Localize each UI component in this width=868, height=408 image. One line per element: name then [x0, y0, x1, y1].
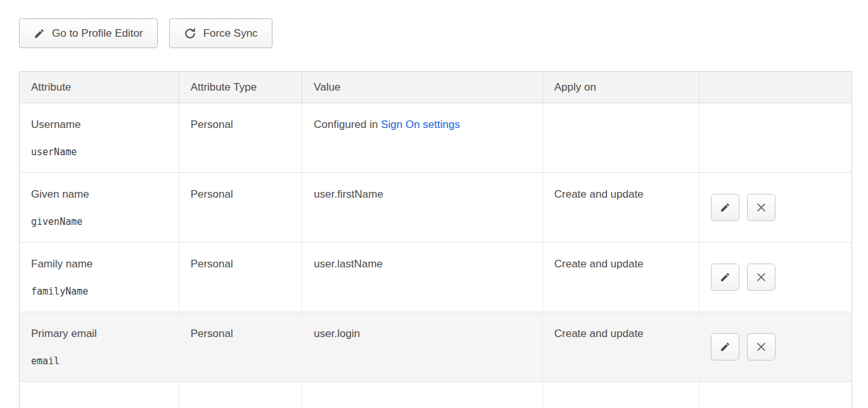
row-actions — [699, 312, 852, 381]
attribute-mappings-table: Attribute Attribute Type Value Apply on … — [19, 71, 852, 408]
table-header-row: Attribute Attribute Type Value Apply on — [20, 72, 852, 103]
remove-attribute-button[interactable] — [747, 194, 775, 221]
value-text: user.firstName — [314, 188, 383, 200]
header-apply-on: Apply on — [543, 72, 700, 103]
attribute-label: Family name — [31, 258, 169, 271]
attribute-type-cell: Personal — [179, 243, 303, 312]
attribute-cell: Primary email email — [20, 312, 179, 381]
table-row-partial — [20, 382, 852, 408]
value-text: user.lastName — [314, 258, 383, 270]
toolbar: Go to Profile Editor Force Sync — [19, 18, 868, 48]
attribute-cell: Family name familyName — [20, 243, 179, 312]
attribute-label: Primary email — [31, 328, 169, 340]
value-cell: Configured in Sign On settings — [302, 103, 542, 172]
refresh-icon — [184, 27, 196, 40]
row-actions — [699, 173, 852, 242]
apply-on-cell: Create and update — [543, 312, 700, 381]
force-sync-button[interactable]: Force Sync — [169, 18, 272, 48]
value-cell: user.lastName — [302, 243, 542, 312]
edit-attribute-button[interactable] — [711, 333, 739, 360]
go-to-profile-editor-button[interactable]: Go to Profile Editor — [19, 18, 158, 48]
attribute-cell: Username userName — [20, 103, 179, 172]
attribute-cell: Given name givenName — [20, 173, 179, 242]
attribute-variable-name: givenName — [31, 216, 169, 227]
pencil-icon — [720, 272, 731, 283]
remove-attribute-button[interactable] — [747, 333, 775, 360]
table-row: Family name familyName Personal user.las… — [20, 243, 852, 312]
value-cell: user.firstName — [302, 173, 542, 242]
attribute-label: Given name — [31, 188, 169, 201]
table-row: Given name givenName Personal user.first… — [20, 173, 852, 243]
force-sync-label: Force Sync — [203, 27, 258, 40]
remove-attribute-button[interactable] — [747, 264, 775, 291]
header-actions — [699, 72, 852, 103]
pencil-icon — [720, 202, 731, 213]
row-actions — [699, 243, 852, 312]
value-cell: user.login — [302, 312, 542, 381]
close-icon — [756, 203, 766, 212]
value-text: Configured in — [314, 118, 381, 131]
edit-attribute-button[interactable] — [711, 194, 739, 221]
table-row: Primary email email Personal user.login … — [20, 312, 852, 382]
attribute-type-cell: Personal — [179, 173, 303, 242]
attribute-label: Username — [31, 118, 169, 131]
attribute-type-cell: Personal — [179, 103, 303, 172]
pencil-icon — [34, 28, 45, 39]
apply-on-cell — [543, 103, 700, 172]
pencil-icon — [720, 341, 731, 352]
go-to-profile-editor-label: Go to Profile Editor — [52, 27, 143, 40]
sign-on-settings-link[interactable]: Sign On settings — [381, 118, 460, 131]
header-value: Value — [302, 72, 542, 103]
apply-on-cell: Create and update — [543, 173, 700, 242]
table-body: Username userName Personal Configured in… — [20, 103, 852, 382]
value-text: user.login — [314, 328, 360, 340]
table-row: Username userName Personal Configured in… — [20, 103, 852, 173]
close-icon — [756, 272, 766, 282]
apply-on-cell: Create and update — [543, 243, 700, 312]
close-icon — [756, 342, 766, 352]
header-attribute: Attribute — [20, 72, 179, 103]
header-attribute-type: Attribute Type — [179, 72, 303, 103]
attribute-variable-name: email — [31, 355, 169, 367]
attribute-variable-name: userName — [31, 146, 169, 158]
edit-attribute-button[interactable] — [711, 264, 739, 291]
attribute-type-cell: Personal — [179, 312, 303, 381]
attribute-variable-name: familyName — [31, 286, 169, 297]
